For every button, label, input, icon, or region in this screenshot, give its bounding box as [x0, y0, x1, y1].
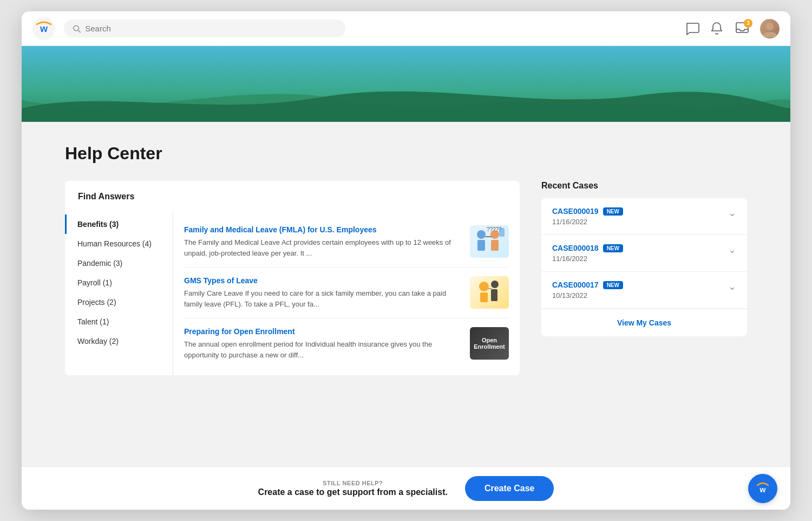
case-date-2: 11/16/2022	[552, 255, 623, 263]
nav-icons: 3	[685, 19, 780, 38]
category-payroll[interactable]: Payroll (1)	[65, 273, 173, 292]
still-need-help: STILL NEED HELP? Create a case to get su…	[258, 480, 448, 497]
recent-cases-title: Recent Cases	[541, 181, 747, 191]
case-header-2: CASE000018 NEW	[552, 244, 623, 252]
floating-help-button[interactable]: w	[748, 474, 777, 503]
case-badge-3: NEW	[603, 281, 623, 289]
article-gms-text: GMS Types of Leave Family Care Leave If …	[184, 276, 461, 309]
case-header-3: CASE000017 NEW	[552, 281, 623, 289]
svg-point-15	[491, 281, 499, 288]
main-content: Help Center Find Answers Benefits (3) Hu…	[22, 122, 790, 466]
recent-cases-section: Recent Cases CASE000019 NEW 11/16/2022 ⌄	[541, 181, 747, 336]
category-workday[interactable]: Workday (2)	[65, 331, 173, 351]
case-row-2[interactable]: CASE000018 NEW 11/16/2022 ⌄	[541, 235, 747, 272]
find-answers-inner: Benefits (3) Human Resources (4) Pandemi…	[65, 210, 520, 375]
article-fmla-desc: The Family and Medical Leave Act provide…	[184, 238, 451, 257]
article-enrollment-link[interactable]: Preparing for Open Enrollment	[184, 327, 461, 336]
svg-point-5	[766, 23, 774, 30]
article-gms: GMS Types of Leave Family Care Leave If …	[184, 268, 509, 318]
article-enrollment: Preparing for Open Enrollment The annual…	[184, 318, 509, 369]
article-enrollment-thumb: OpenEnrollment	[470, 327, 509, 360]
still-need-help-label: STILL NEED HELP?	[258, 480, 448, 486]
search-icon	[73, 24, 81, 33]
article-fmla-text: Family and Medical Leave (FMLA) for U.S.…	[184, 225, 461, 258]
logo-area: w	[32, 17, 55, 40]
hero-banner	[22, 46, 790, 122]
inbox-icon-button[interactable]: 3	[735, 22, 749, 36]
case-id-3: CASE000017	[552, 281, 599, 289]
article-fmla-link[interactable]: Family and Medical Leave (FMLA) for U.S.…	[184, 225, 461, 234]
categories-panel: Benefits (3) Human Resources (4) Pandemi…	[65, 210, 173, 375]
article-gms-thumb	[470, 276, 509, 309]
view-my-cases-link[interactable]: View My Cases	[617, 318, 671, 327]
cases-card: CASE000019 NEW 11/16/2022 ⌄ CASE000018 N…	[541, 198, 747, 336]
category-hr[interactable]: Human Resources (4)	[65, 234, 173, 253]
article-enrollment-text: Preparing for Open Enrollment The annual…	[184, 327, 461, 360]
case-badge-1: NEW	[603, 207, 623, 216]
svg-rect-16	[491, 289, 497, 301]
case-date-3: 10/13/2022	[552, 291, 623, 299]
category-benefits[interactable]: Benefits (3)	[65, 214, 173, 234]
svg-rect-12	[499, 228, 505, 237]
article-enrollment-desc: The annual open enrollment period for In…	[184, 340, 432, 359]
svg-line-3	[78, 30, 80, 32]
case-badge-2: NEW	[603, 244, 623, 252]
case-id-1: CASE000019	[552, 207, 599, 216]
avatar-image	[760, 19, 780, 38]
find-answers-section: Find Answers Benefits (3) Human Resource…	[65, 181, 520, 375]
app-window: w	[22, 11, 790, 510]
case-header-1: CASE000019 NEW	[552, 207, 623, 216]
wave-decoration	[22, 79, 790, 122]
search-bar[interactable]	[64, 19, 345, 37]
page-title: Help Center	[65, 144, 747, 164]
case-info-3: CASE000017 NEW 10/13/2022	[552, 281, 623, 299]
category-pandemic[interactable]: Pandemic (3)	[65, 253, 173, 273]
chevron-down-icon-3: ⌄	[728, 281, 736, 292]
bell-icon	[710, 22, 723, 36]
case-row-3[interactable]: CASE000017 NEW 10/13/2022 ⌄	[541, 272, 747, 309]
case-date-1: 11/16/2022	[552, 218, 623, 226]
find-answers-title: Find Answers	[65, 181, 520, 210]
chevron-down-icon-1: ⌄	[728, 207, 736, 219]
category-projects[interactable]: Projects (2)	[65, 292, 173, 312]
view-my-cases-section: View My Cases	[541, 309, 747, 336]
still-need-help-desc: Create a case to get support from a spec…	[258, 487, 448, 497]
category-talent[interactable]: Talent (1)	[65, 312, 173, 331]
chat-icon	[685, 22, 699, 36]
content-layout: Find Answers Benefits (3) Human Resource…	[65, 181, 747, 375]
chevron-down-icon-2: ⌄	[728, 244, 736, 256]
floating-help-icon: w	[755, 480, 771, 497]
top-nav: w	[22, 11, 790, 46]
article-fmla-thumb: ?????	[470, 225, 509, 258]
workday-logo: w	[32, 17, 55, 40]
bell-icon-button[interactable]	[710, 22, 724, 36]
article-fmla: Family and Medical Leave (FMLA) for U.S.…	[184, 217, 509, 268]
search-input[interactable]	[85, 24, 337, 33]
inbox-badge: 3	[744, 19, 752, 28]
article-gms-desc: Family Care Leave If you need to care fo…	[184, 289, 446, 308]
chat-icon-button[interactable]	[685, 22, 699, 36]
svg-text:w: w	[40, 23, 48, 34]
bottom-bar: STILL NEED HELP? Create a case to get su…	[22, 466, 790, 510]
svg-point-13	[479, 282, 489, 291]
svg-rect-14	[480, 292, 488, 302]
user-avatar[interactable]	[760, 19, 780, 38]
articles-panel: Family and Medical Leave (FMLA) for U.S.…	[173, 210, 520, 375]
case-row-1[interactable]: CASE000019 NEW 11/16/2022 ⌄	[541, 198, 747, 235]
case-info-1: CASE000019 NEW 11/16/2022	[552, 207, 623, 226]
svg-rect-7	[477, 240, 485, 251]
case-info-2: CASE000018 NEW 11/16/2022	[552, 244, 623, 263]
svg-text:w: w	[759, 485, 766, 494]
article-gms-link[interactable]: GMS Types of Leave	[184, 276, 461, 285]
create-case-button[interactable]: Create Case	[465, 476, 554, 501]
svg-rect-9	[491, 240, 499, 251]
case-id-2: CASE000018	[552, 244, 599, 252]
svg-point-6	[477, 230, 486, 239]
